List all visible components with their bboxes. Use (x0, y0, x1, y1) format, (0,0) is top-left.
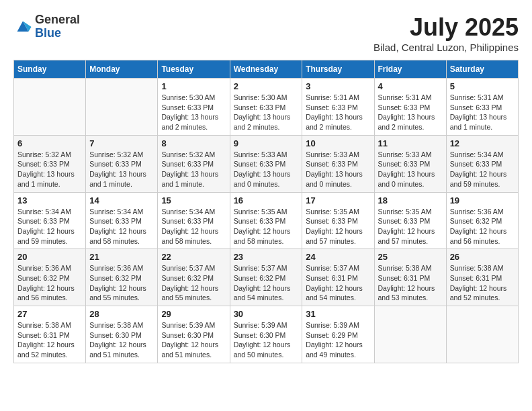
calendar-cell: 6Sunrise: 5:32 AM Sunset: 6:33 PM Daylig… (14, 135, 86, 192)
calendar-cell: 17Sunrise: 5:35 AM Sunset: 6:33 PM Dayli… (302, 192, 374, 249)
calendar-cell (86, 79, 158, 136)
calendar-cell (14, 79, 86, 136)
day-info: Sunrise: 5:36 AM Sunset: 6:32 PM Dayligh… (17, 263, 82, 303)
day-number: 27 (17, 309, 82, 319)
calendar-week-row: 6Sunrise: 5:32 AM Sunset: 6:33 PM Daylig… (14, 135, 519, 192)
day-number: 2 (234, 81, 299, 91)
calendar-cell: 29Sunrise: 5:39 AM Sunset: 6:30 PM Dayli… (158, 306, 230, 363)
day-number: 26 (450, 252, 515, 262)
day-header-tuesday: Tuesday (158, 60, 230, 79)
day-info: Sunrise: 5:34 AM Sunset: 6:33 PM Dayligh… (450, 150, 515, 189)
day-number: 24 (306, 252, 370, 262)
calendar-cell: 16Sunrise: 5:35 AM Sunset: 6:33 PM Dayli… (230, 192, 302, 249)
day-info: Sunrise: 5:34 AM Sunset: 6:33 PM Dayligh… (89, 207, 154, 246)
day-number: 9 (234, 138, 299, 148)
day-number: 14 (89, 195, 154, 205)
calendar-cell (374, 306, 446, 363)
day-number: 17 (306, 195, 370, 205)
page-header: General Blue July 2025 Bilad, Central Lu… (13, 13, 519, 53)
day-number: 28 (89, 309, 154, 319)
calendar-week-row: 27Sunrise: 5:38 AM Sunset: 6:31 PM Dayli… (14, 306, 519, 363)
day-number: 12 (450, 138, 515, 148)
day-header-monday: Monday (86, 60, 158, 79)
day-number: 19 (450, 195, 515, 205)
day-info: Sunrise: 5:31 AM Sunset: 6:33 PM Dayligh… (378, 93, 443, 132)
calendar-cell: 18Sunrise: 5:35 AM Sunset: 6:33 PM Dayli… (374, 192, 446, 249)
day-number: 6 (17, 138, 82, 148)
day-number: 29 (161, 309, 226, 319)
calendar-cell: 20Sunrise: 5:36 AM Sunset: 6:32 PM Dayli… (14, 249, 86, 306)
logo-general: General (35, 13, 80, 27)
day-info: Sunrise: 5:37 AM Sunset: 6:32 PM Dayligh… (161, 263, 226, 303)
day-info: Sunrise: 5:33 AM Sunset: 6:33 PM Dayligh… (306, 150, 370, 189)
month-title: July 2025 (373, 13, 519, 42)
calendar-cell: 5Sunrise: 5:31 AM Sunset: 6:33 PM Daylig… (446, 79, 518, 136)
day-number: 16 (234, 195, 299, 205)
day-number: 23 (234, 252, 299, 262)
day-header-thursday: Thursday (302, 60, 374, 79)
calendar-cell: 27Sunrise: 5:38 AM Sunset: 6:31 PM Dayli… (14, 306, 86, 363)
calendar-cell: 30Sunrise: 5:39 AM Sunset: 6:30 PM Dayli… (230, 306, 302, 363)
calendar-cell: 22Sunrise: 5:37 AM Sunset: 6:32 PM Dayli… (158, 249, 230, 306)
calendar-cell: 13Sunrise: 5:34 AM Sunset: 6:33 PM Dayli… (14, 192, 86, 249)
day-number: 13 (17, 195, 82, 205)
day-info: Sunrise: 5:38 AM Sunset: 6:31 PM Dayligh… (17, 320, 82, 360)
day-header-wednesday: Wednesday (230, 60, 302, 79)
day-info: Sunrise: 5:33 AM Sunset: 6:33 PM Dayligh… (234, 150, 299, 189)
logo: General Blue (13, 13, 80, 40)
calendar-cell: 12Sunrise: 5:34 AM Sunset: 6:33 PM Dayli… (446, 135, 518, 192)
day-number: 20 (17, 252, 82, 262)
calendar-week-row: 20Sunrise: 5:36 AM Sunset: 6:32 PM Dayli… (14, 249, 519, 306)
calendar-cell: 31Sunrise: 5:39 AM Sunset: 6:29 PM Dayli… (302, 306, 374, 363)
day-number: 10 (306, 138, 370, 148)
day-info: Sunrise: 5:32 AM Sunset: 6:33 PM Dayligh… (161, 150, 226, 189)
calendar-cell: 21Sunrise: 5:36 AM Sunset: 6:32 PM Dayli… (86, 249, 158, 306)
calendar-cell: 1Sunrise: 5:30 AM Sunset: 6:33 PM Daylig… (158, 79, 230, 136)
day-info: Sunrise: 5:30 AM Sunset: 6:33 PM Dayligh… (234, 93, 299, 132)
calendar-cell: 7Sunrise: 5:32 AM Sunset: 6:33 PM Daylig… (86, 135, 158, 192)
day-info: Sunrise: 5:30 AM Sunset: 6:33 PM Dayligh… (161, 93, 226, 132)
calendar-cell: 14Sunrise: 5:34 AM Sunset: 6:33 PM Dayli… (86, 192, 158, 249)
day-header-sunday: Sunday (14, 60, 86, 79)
calendar-table: SundayMondayTuesdayWednesdayThursdayFrid… (13, 60, 519, 363)
calendar-cell: 2Sunrise: 5:30 AM Sunset: 6:33 PM Daylig… (230, 79, 302, 136)
day-info: Sunrise: 5:39 AM Sunset: 6:29 PM Dayligh… (306, 320, 370, 360)
day-number: 31 (306, 309, 370, 319)
day-info: Sunrise: 5:31 AM Sunset: 6:33 PM Dayligh… (450, 93, 515, 132)
day-info: Sunrise: 5:38 AM Sunset: 6:30 PM Dayligh… (89, 320, 154, 360)
day-info: Sunrise: 5:35 AM Sunset: 6:33 PM Dayligh… (378, 207, 443, 246)
day-info: Sunrise: 5:32 AM Sunset: 6:33 PM Dayligh… (89, 150, 154, 189)
day-info: Sunrise: 5:37 AM Sunset: 6:31 PM Dayligh… (306, 263, 370, 303)
day-number: 18 (378, 195, 443, 205)
day-info: Sunrise: 5:36 AM Sunset: 6:32 PM Dayligh… (89, 263, 154, 303)
day-info: Sunrise: 5:32 AM Sunset: 6:33 PM Dayligh… (17, 150, 82, 189)
day-info: Sunrise: 5:31 AM Sunset: 6:33 PM Dayligh… (306, 93, 370, 132)
day-header-saturday: Saturday (446, 60, 518, 79)
day-info: Sunrise: 5:38 AM Sunset: 6:31 PM Dayligh… (450, 263, 515, 303)
day-header-friday: Friday (374, 60, 446, 79)
calendar-cell: 11Sunrise: 5:33 AM Sunset: 6:33 PM Dayli… (374, 135, 446, 192)
calendar-cell: 15Sunrise: 5:34 AM Sunset: 6:33 PM Dayli… (158, 192, 230, 249)
day-info: Sunrise: 5:38 AM Sunset: 6:31 PM Dayligh… (378, 263, 443, 303)
calendar-cell: 24Sunrise: 5:37 AM Sunset: 6:31 PM Dayli… (302, 249, 374, 306)
day-number: 1 (161, 81, 226, 91)
day-number: 5 (450, 81, 515, 91)
day-number: 15 (161, 195, 226, 205)
day-number: 21 (89, 252, 154, 262)
day-number: 25 (378, 252, 443, 262)
day-number: 11 (378, 138, 443, 148)
calendar-cell: 19Sunrise: 5:36 AM Sunset: 6:32 PM Dayli… (446, 192, 518, 249)
calendar-week-row: 13Sunrise: 5:34 AM Sunset: 6:33 PM Dayli… (14, 192, 519, 249)
calendar-cell: 10Sunrise: 5:33 AM Sunset: 6:33 PM Dayli… (302, 135, 374, 192)
calendar-cell: 3Sunrise: 5:31 AM Sunset: 6:33 PM Daylig… (302, 79, 374, 136)
day-number: 7 (89, 138, 154, 148)
calendar-cell: 28Sunrise: 5:38 AM Sunset: 6:30 PM Dayli… (86, 306, 158, 363)
calendar-header-row: SundayMondayTuesdayWednesdayThursdayFrid… (14, 60, 519, 79)
calendar-cell: 26Sunrise: 5:38 AM Sunset: 6:31 PM Dayli… (446, 249, 518, 306)
day-number: 30 (234, 309, 299, 319)
calendar-week-row: 1Sunrise: 5:30 AM Sunset: 6:33 PM Daylig… (14, 79, 519, 136)
day-info: Sunrise: 5:36 AM Sunset: 6:32 PM Dayligh… (450, 207, 515, 246)
day-info: Sunrise: 5:39 AM Sunset: 6:30 PM Dayligh… (234, 320, 299, 360)
day-info: Sunrise: 5:34 AM Sunset: 6:33 PM Dayligh… (17, 207, 82, 246)
day-number: 22 (161, 252, 226, 262)
